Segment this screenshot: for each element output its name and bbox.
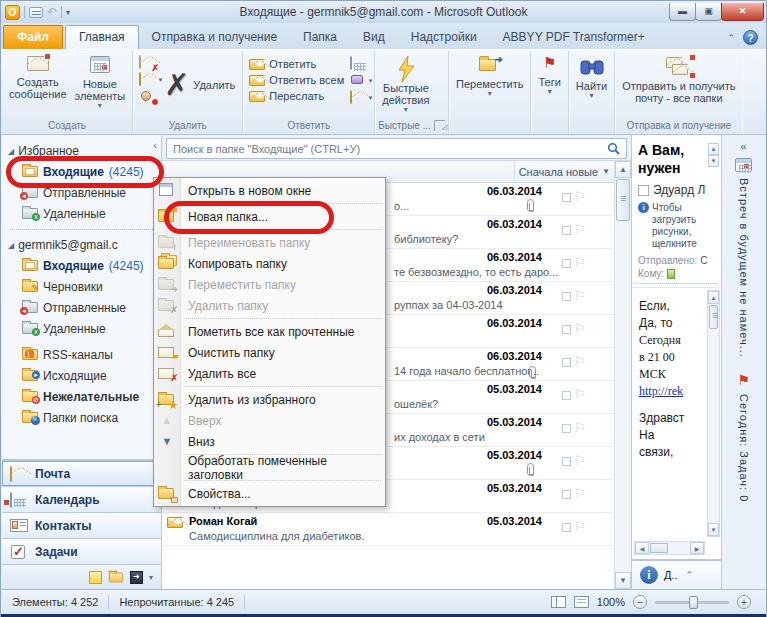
flag-icon[interactable]: ⚐ <box>574 422 586 434</box>
scroll-left-icon[interactable]: ◀ <box>635 542 649 554</box>
tab-send-receive[interactable]: Отправка и получение <box>139 26 290 49</box>
scroll-down-icon[interactable]: ▼ <box>708 523 719 536</box>
body-h-scrollbar[interactable]: ◀ ▶ <box>634 541 705 555</box>
nav-contacts-button[interactable]: Контакты <box>2 513 161 539</box>
scroll-up-icon[interactable]: ▲ <box>708 291 719 304</box>
nav-calendar-button[interactable]: Календарь <box>2 487 161 513</box>
appointments-label[interactable]: Встреч в будущем не намеч... <box>738 178 750 358</box>
quick-steps-button[interactable]: Быстрые действия ▾ <box>378 53 433 119</box>
category-icon[interactable] <box>562 193 571 202</box>
scroll-down-icon[interactable]: ▼ <box>708 155 719 167</box>
folder-list-icon[interactable] <box>109 572 123 582</box>
folder-junk[interactable]: ⊘ Нежелательные <box>8 386 161 407</box>
menu-properties[interactable]: Свойства... <box>154 483 385 504</box>
reply-button[interactable]: Ответить <box>246 57 347 71</box>
folder-inbox[interactable]: Входящие (4245) <box>8 255 161 276</box>
tab-abbyy[interactable]: ABBYY PDF Transformer+ <box>490 26 658 49</box>
scroll-up-icon[interactable]: ▲ <box>708 143 719 155</box>
reading-view-icon[interactable] <box>574 596 589 608</box>
more-respond-icon[interactable]: ▾ <box>350 91 368 105</box>
list-scrollbar[interactable]: ▲ ▼ <box>614 161 631 589</box>
find-button[interactable]: Найти ▾ <box>572 53 611 119</box>
delete-button[interactable]: ✗ Удалить <box>160 53 239 113</box>
tab-folder[interactable]: Папка <box>290 26 350 49</box>
maximize-button[interactable]: ▣ <box>695 3 722 21</box>
scroll-down-icon[interactable]: ▼ <box>615 572 631 589</box>
flag-icon[interactable]: ⚐ <box>574 290 586 302</box>
send-receive-all-button[interactable]: Отправить и получить почту - все папки <box>618 53 739 119</box>
search-icon[interactable] <box>607 142 620 155</box>
category-icon[interactable] <box>562 226 571 235</box>
forward-button[interactable]: Переслать <box>246 89 347 103</box>
menu-move-folder[interactable]: ➜ Переместить папку <box>154 274 385 295</box>
undo-icon[interactable]: ↶ <box>47 6 57 18</box>
new-message-button[interactable]: Создать сообщение <box>5 53 71 119</box>
header-scrollbar[interactable]: ▲ ▼ <box>708 143 719 167</box>
sender-checkbox[interactable] <box>638 185 649 196</box>
category-icon[interactable] <box>562 259 571 268</box>
sort-order-button[interactable]: Сначала новые ▼ <box>514 161 614 182</box>
folder-search[interactable]: 🔍 Папки поиска <box>8 407 161 428</box>
flag-icon[interactable]: ⚐ <box>574 224 586 236</box>
tab-view[interactable]: Вид <box>350 26 398 49</box>
customize-qat-arrow-icon[interactable]: ▾ <box>66 8 70 17</box>
scroll-up-icon[interactable]: ▲ <box>615 161 631 178</box>
zoom-slider[interactable] <box>655 601 729 604</box>
folder-outbox[interactable]: ▸ Исходящие <box>8 365 161 386</box>
favorites-header[interactable]: ◢ Избранное <box>8 141 161 161</box>
folder-drafts[interactable]: ✎ Черновики <box>8 276 161 297</box>
tags-button[interactable]: ⚑ Теги ▾ <box>534 53 564 119</box>
chevron-up-icon[interactable]: ⌃ <box>686 570 694 580</box>
junk-icon[interactable]: ▾ <box>139 73 157 87</box>
body-scrollbar[interactable]: ▲ ▼ <box>707 290 720 537</box>
minimize-ribbon-icon[interactable]: ⌃ <box>727 33 735 43</box>
expand-triangle-icon[interactable]: ◢ <box>8 147 14 156</box>
folder-deleted-favorite[interactable]: x Удаленные <box>8 203 161 224</box>
new-items-button[interactable]: Новые элементы ▾ <box>71 53 130 119</box>
tab-file[interactable]: Файл <box>3 25 63 49</box>
menu-rename-folder[interactable]: I Переименовать папку <box>154 232 385 253</box>
collapse-pane-icon[interactable]: ‹ <box>153 139 157 151</box>
help-icon[interactable]: ? <box>743 30 758 45</box>
folder-deleted[interactable]: x Удаленные <box>8 318 161 339</box>
menu-copy-folder[interactable]: Копировать папку <box>154 253 385 274</box>
scroll-right-icon[interactable]: ▶ <box>690 542 704 554</box>
category-icon[interactable] <box>562 391 571 400</box>
notes-icon[interactable] <box>89 571 102 584</box>
flag-icon[interactable]: ⚐ <box>574 521 586 533</box>
category-icon[interactable] <box>562 457 571 466</box>
menu-move-up[interactable]: ▲ Вверх <box>154 410 385 431</box>
move-button[interactable]: ➜ Переместить ▾ <box>452 53 527 119</box>
people-pane[interactable]: i Д.. ⌃ <box>632 559 721 589</box>
configure-buttons-arrow-icon[interactable]: ▾ <box>149 573 153 582</box>
message-row[interactable]: Роман Когай 05.03.2014 Самодисциплина дл… <box>162 513 614 546</box>
flag-icon[interactable]: ⚐ <box>574 488 586 500</box>
normal-view-icon[interactable] <box>551 596 566 608</box>
expand-triangle-icon[interactable]: ◢ <box>8 241 14 250</box>
scroll-thumb[interactable] <box>650 543 668 553</box>
flag-icon[interactable]: ⚐ <box>574 455 586 467</box>
menu-delete-all[interactable]: ✗ Удалить все <box>154 363 385 384</box>
zoom-level[interactable]: 100% <box>597 596 625 608</box>
body-link[interactable]: http://rek <box>639 383 707 400</box>
zoom-slider-thumb[interactable] <box>689 596 698 609</box>
category-icon[interactable] <box>562 325 571 334</box>
send-receive-icon[interactable] <box>29 7 43 18</box>
flag-icon[interactable]: ⚐ <box>574 323 586 335</box>
flag-icon[interactable]: ⚐ <box>574 356 586 368</box>
menu-cleanup-folder[interactable]: ▰ Очистить папку <box>154 342 385 363</box>
tasks-label[interactable]: Сегодня: Задач: 0 <box>738 394 750 502</box>
close-button[interactable]: ✕ <box>721 3 764 21</box>
meeting-icon[interactable] <box>350 57 368 71</box>
category-icon[interactable] <box>562 292 571 301</box>
menu-move-down[interactable]: ▼ Вниз <box>154 431 385 452</box>
category-icon[interactable] <box>562 523 571 532</box>
category-icon[interactable] <box>562 490 571 499</box>
flag-icon[interactable]: ⚐ <box>574 257 586 269</box>
scroll-thumb[interactable] <box>709 305 718 329</box>
nav-tasks-button[interactable]: ✓ Задачи <box>2 539 161 565</box>
menu-open-in-new-window[interactable]: Открыть в новом окне <box>154 180 385 201</box>
tab-home[interactable]: Главная <box>65 25 139 49</box>
block-sender-icon[interactable] <box>139 90 157 104</box>
scroll-thumb[interactable] <box>616 179 630 221</box>
